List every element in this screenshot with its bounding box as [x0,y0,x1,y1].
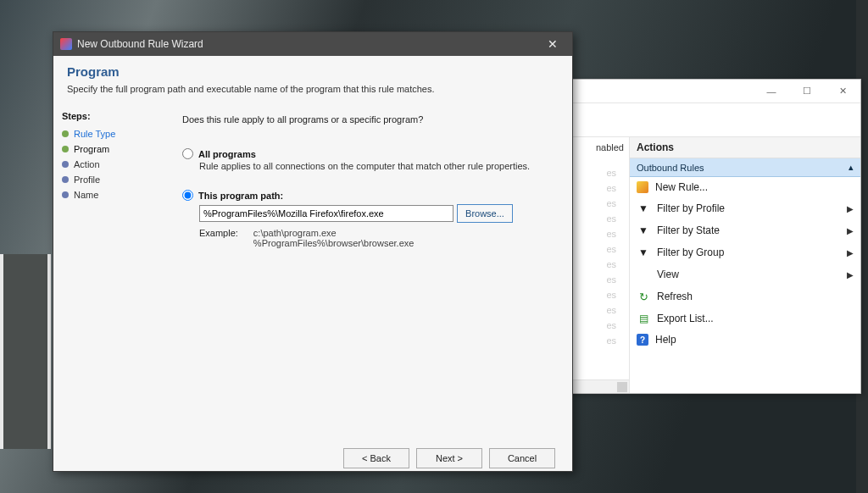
option-program-path[interactable]: This program path: [182,190,554,201]
action-help[interactable]: ? Help [630,330,860,350]
funnel-icon: ▼ [637,246,650,259]
action-export[interactable]: Export List... [630,307,860,330]
wizard-header: Program Specify the full program path an… [53,56,572,106]
step-bullet-icon [62,130,69,137]
action-filter-profile[interactable]: ▼ Filter by Profile ▶ [630,197,860,219]
example-value-2: %ProgramFiles%\browser\browser.exe [253,238,415,248]
action-label: Filter by Profile [657,202,725,214]
action-label: View [657,269,679,280]
refresh-icon [637,290,650,303]
action-filter-group[interactable]: ▼ Filter by Group ▶ [630,241,860,263]
step-bullet-icon [62,191,69,198]
blank-icon [637,268,650,281]
all-programs-radio[interactable] [182,148,193,159]
prompt-text: Does this rule apply to all programs or … [182,114,554,125]
program-path-radio[interactable] [182,190,193,201]
submenu-arrow-icon: ▶ [847,204,854,213]
step-label: Rule Type [74,129,115,139]
step-label: Action [74,159,100,169]
step-rule-type[interactable]: Rule Type [62,126,155,141]
firewall-icon [60,38,72,50]
cancel-button[interactable]: Cancel [489,448,555,468]
step-label: Program [74,144,109,154]
program-path-input[interactable] [199,205,453,222]
step-label: Name [74,190,98,200]
step-bullet-icon [62,146,69,152]
close-button[interactable]: ✕ [540,36,565,53]
export-icon [637,312,650,325]
maximize-button[interactable]: ☐ [789,80,825,103]
actions-section-title[interactable]: Outbound Rules ▴ [630,158,860,177]
all-programs-desc: Rule applies to all connections on the c… [199,161,554,171]
step-profile: Profile [62,172,155,187]
minimize-button[interactable]: — [754,80,789,103]
action-label: Help [655,334,676,346]
actions-header: Actions [630,137,860,158]
actions-section-label: Outbound Rules [637,163,704,173]
wizard-titlebar[interactable]: New Outbound Rule Wizard ✕ [53,32,572,56]
step-bullet-icon [62,176,69,183]
submenu-arrow-icon: ▶ [847,270,854,280]
step-label: Profile [74,174,100,185]
action-label: Filter by State [657,224,720,236]
action-label: Refresh [657,291,693,302]
example-value-1: c:\path\program.exe [253,228,415,238]
wizard-footer: < Back Next > Cancel [53,436,572,468]
action-filter-state[interactable]: ▼ Filter by State ▶ [630,219,860,241]
action-label: New Rule... [655,181,708,193]
page-title: Program [67,64,559,79]
help-icon: ? [637,334,648,346]
wizard-steps-nav: Steps: Rule Type Program Action Profile … [53,106,164,436]
action-label: Filter by Group [657,246,724,258]
submenu-arrow-icon: ▶ [847,248,854,258]
all-programs-label: All programs [198,149,256,159]
action-refresh[interactable]: Refresh [630,285,860,307]
action-new-rule[interactable]: New Rule... [630,177,860,197]
action-label: Export List... [657,313,714,324]
collapse-icon: ▴ [849,162,854,173]
window-title: New Outbound Rule Wizard [77,38,540,50]
new-rule-icon [637,181,648,193]
next-button[interactable]: Next > [416,448,482,468]
funnel-icon: ▼ [637,202,650,215]
step-program[interactable]: Program [62,141,155,157]
step-bullet-icon [62,161,69,168]
actions-pane: Actions Outbound Rules ▴ New Rule... ▼ F… [630,137,860,393]
wizard-main: Does this rule apply to all programs or … [164,106,572,436]
steps-heading: Steps: [62,111,155,121]
background-decor [0,254,51,449]
close-button[interactable]: ✕ [825,80,860,103]
back-button[interactable]: < Back [343,448,409,468]
submenu-arrow-icon: ▶ [847,226,854,235]
step-action: Action [62,157,155,172]
program-path-label: This program path: [198,191,283,201]
step-name: Name [62,187,155,202]
page-subtitle: Specify the full program path and execut… [67,84,559,94]
column-header-enabled[interactable]: nabled [596,142,624,152]
funnel-icon: ▼ [637,224,650,237]
option-all-programs[interactable]: All programs [182,148,554,159]
example-block: Example: c:\path\program.exe %ProgramFil… [199,228,554,248]
wizard-window: New Outbound Rule Wizard ✕ Program Speci… [53,31,573,472]
example-label: Example: [199,228,238,248]
scroll-arrow-right[interactable] [617,382,627,392]
browse-button[interactable]: Browse... [457,204,513,223]
action-view[interactable]: View ▶ [630,263,860,285]
